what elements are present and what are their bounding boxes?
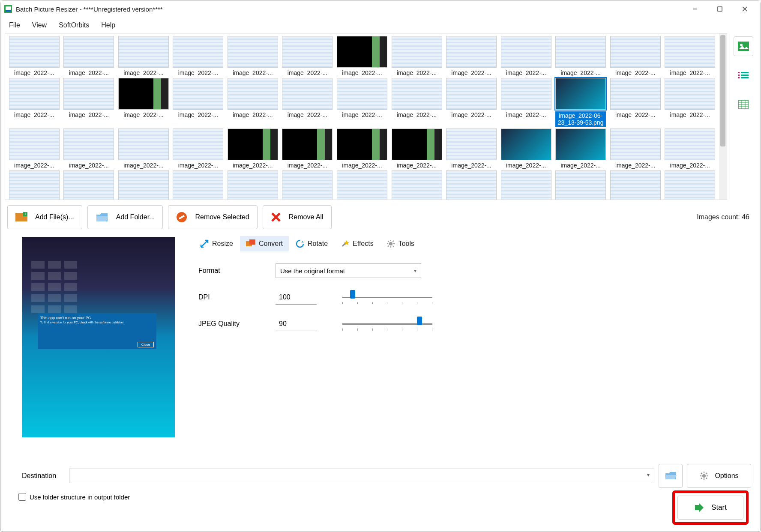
options-button[interactable]: Options <box>687 464 751 488</box>
svg-line-36 <box>388 241 389 242</box>
menu-view[interactable]: View <box>26 19 53 32</box>
svg-line-38 <box>388 246 389 247</box>
thumbnail-item[interactable]: image_2022-06-23_13-39-53.png <box>554 78 607 127</box>
menu-help[interactable]: Help <box>95 19 121 32</box>
svg-rect-9 <box>738 72 740 73</box>
thumbnail-item[interactable]: image_2022-... <box>117 78 170 127</box>
thumbnail-item[interactable]: image_2022-... <box>500 129 553 169</box>
add-folder-button[interactable]: Add Folder... <box>87 205 163 229</box>
format-select[interactable]: Use the original format ▾ <box>276 263 421 278</box>
thumbnail-item[interactable]: image_2022-... <box>281 78 334 127</box>
thumbnail-item[interactable] <box>336 170 389 200</box>
thumbnail-item[interactable]: image_2022-... <box>663 36 716 76</box>
thumbnail-item[interactable]: image_2022-... <box>609 78 662 127</box>
tab-rotate[interactable]: Rotate <box>290 236 334 251</box>
jpeg-slider[interactable] <box>342 320 432 328</box>
thumbnail-item[interactable]: image_2022-... <box>117 129 170 169</box>
minimize-button[interactable] <box>683 0 707 18</box>
thumbnail-item[interactable]: image_2022-... <box>390 36 443 76</box>
start-button[interactable]: Start <box>677 496 743 520</box>
thumbnail-image <box>337 129 387 160</box>
thumbnail-item[interactable] <box>172 170 225 200</box>
thumbnail-item[interactable]: image_2022-... <box>226 78 279 127</box>
thumbnail-item[interactable]: image_2022-... <box>390 78 443 127</box>
menu-softorbits[interactable]: SoftOrbits <box>53 19 95 32</box>
options-label: Options <box>715 472 738 480</box>
thumbnail-item[interactable] <box>500 170 553 200</box>
view-thumbnails-button[interactable] <box>734 36 753 56</box>
thumbnail-item[interactable] <box>554 170 607 200</box>
thumbnail-item[interactable]: image_2022-... <box>226 36 279 76</box>
thumbnail-item[interactable]: image_2022-... <box>445 36 498 76</box>
thumbnail-item[interactable]: image_2022-... <box>609 129 662 169</box>
thumbnail-item[interactable]: image_2022-... <box>172 78 225 127</box>
thumbnail-item[interactable]: image_2022-... <box>63 36 116 76</box>
dpi-input[interactable] <box>276 290 317 305</box>
thumbnail-item[interactable] <box>117 170 170 200</box>
tab-effects[interactable]: Effects <box>335 236 380 251</box>
thumbnail-item[interactable]: image_2022-... <box>336 129 389 169</box>
remove-selected-button[interactable]: Remove Selected <box>168 205 257 229</box>
thumbnail-item[interactable]: image_2022-... <box>8 78 61 127</box>
thumbnail-item[interactable] <box>8 170 61 200</box>
use-folder-structure-checkbox[interactable] <box>18 493 26 501</box>
thumbnail-item[interactable] <box>281 170 334 200</box>
thumbnail-image <box>228 36 278 68</box>
thumbnail-item[interactable]: image_2022-... <box>336 36 389 76</box>
svg-rect-4 <box>718 7 722 11</box>
jpeg-input[interactable] <box>276 317 317 331</box>
thumbnail-item[interactable] <box>663 170 716 200</box>
thumbnail-item[interactable]: image_2022-... <box>226 129 279 169</box>
thumbnail-item[interactable]: image_2022-... <box>63 129 116 169</box>
thumbnail-item[interactable] <box>63 170 116 200</box>
start-highlight: Start <box>672 490 749 525</box>
tab-tools[interactable]: Tools <box>380 236 420 251</box>
jpeg-slider-thumb[interactable] <box>417 317 422 325</box>
dpi-slider-thumb[interactable] <box>350 290 355 299</box>
view-details-button[interactable] <box>734 95 753 114</box>
thumbnail-item[interactable] <box>445 170 498 200</box>
menu-file[interactable]: File <box>3 19 26 32</box>
thumbnail-item[interactable]: image_2022-... <box>8 129 61 169</box>
thumbnail-scrollbar[interactable] <box>719 33 727 200</box>
thumbnail-item[interactable]: image_2022-... <box>117 36 170 76</box>
thumbnail-item[interactable]: image_2022-... <box>663 78 716 127</box>
remove-all-button[interactable]: Remove All <box>263 205 332 229</box>
thumbnail-item[interactable]: image_2022-... <box>172 129 225 169</box>
dpi-slider[interactable] <box>342 293 432 302</box>
thumbnail-item[interactable] <box>390 170 443 200</box>
destination-combo[interactable]: ▾ <box>69 469 654 483</box>
add-files-button[interactable]: + Add File(s)... <box>7 205 82 229</box>
thumbnail-image <box>446 78 497 110</box>
chevron-down-icon: ▾ <box>414 268 416 274</box>
thumbnail-item[interactable]: image_2022-... <box>554 129 607 169</box>
thumbnail-item[interactable]: image_2022-... <box>281 129 334 169</box>
browse-folder-button[interactable] <box>659 464 683 488</box>
thumbnail-grid[interactable]: image_2022-...image_2022-...image_2022-.… <box>5 33 719 200</box>
thumbnail-item[interactable]: image_2022-... <box>390 129 443 169</box>
close-button[interactable] <box>732 0 757 18</box>
thumbnail-item[interactable]: image_2022-... <box>500 36 553 76</box>
gear-icon <box>699 471 709 481</box>
thumbnail-item[interactable]: image_2022-... <box>63 78 116 127</box>
thumbnail-label: image_2022-... <box>555 69 606 76</box>
thumbnail-item[interactable]: image_2022-... <box>663 129 716 169</box>
thumbnail-item[interactable]: image_2022-... <box>500 78 553 127</box>
thumbnail-item[interactable] <box>226 170 279 200</box>
thumbnail-item[interactable]: image_2022-... <box>281 36 334 76</box>
thumbnail-item[interactable]: image_2022-... <box>445 78 498 127</box>
thumbnail-item[interactable]: image_2022-... <box>336 78 389 127</box>
thumbnail-image <box>501 170 551 200</box>
maximize-button[interactable] <box>707 0 732 18</box>
thumbnail-item[interactable]: image_2022-... <box>609 36 662 76</box>
view-list-button[interactable] <box>734 66 753 85</box>
thumbnail-item[interactable]: image_2022-... <box>8 36 61 76</box>
thumbnail-item[interactable]: image_2022-... <box>445 129 498 169</box>
thumbnail-item[interactable] <box>609 170 662 200</box>
thumbnail-item[interactable]: image_2022-... <box>172 36 225 76</box>
tab-resize[interactable]: Resize <box>194 236 239 251</box>
scrollbar-thumb[interactable] <box>720 35 725 146</box>
tools-icon <box>386 239 395 248</box>
thumbnail-item[interactable]: image_2022-... <box>554 36 607 76</box>
tab-convert[interactable]: Convert <box>240 236 289 251</box>
